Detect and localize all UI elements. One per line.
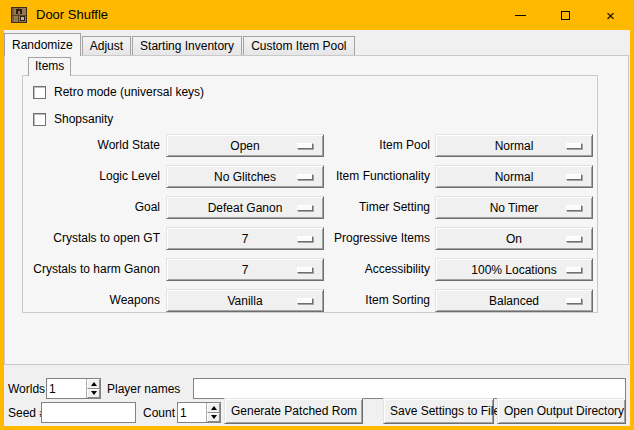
world-state-label: World State [22, 134, 160, 157]
dropdown-indicator [297, 205, 313, 211]
minimize-icon [515, 15, 526, 16]
count-down-button[interactable] [207, 413, 220, 423]
maximize-button[interactable] [543, 0, 588, 30]
primary-tab-bar: Randomize Adjust Starting Inventory Cust… [4, 33, 356, 55]
tab-custom-item-pool[interactable]: Custom Item Pool [243, 36, 354, 55]
tab-adjust[interactable]: Adjust [82, 36, 131, 55]
up-arrow-icon [91, 382, 97, 386]
progressive-items-dropdown[interactable]: On [435, 227, 593, 250]
down-arrow-icon [91, 391, 97, 395]
worlds-spinbox[interactable] [46, 378, 101, 399]
up-arrow-icon [211, 406, 217, 410]
count-up-button[interactable] [207, 403, 220, 413]
tab-items[interactable]: Items [28, 57, 71, 76]
dropdown-indicator [566, 143, 582, 149]
dropdown-indicator [566, 298, 582, 304]
item-pool-dropdown[interactable]: Normal [435, 134, 593, 157]
crystals-harm-ganon-label: Crystals to harm Ganon [22, 258, 160, 281]
dropdown-indicator [297, 174, 313, 180]
count-input[interactable] [178, 403, 206, 422]
worlds-down-button[interactable] [87, 389, 100, 399]
checkbox-label: Retro mode (universal keys) [54, 85, 204, 99]
dropdown-indicator [297, 267, 313, 273]
door-pixel-icon [11, 7, 27, 23]
goal-label: Goal [22, 196, 160, 219]
tab-starting-inventory[interactable]: Starting Inventory [132, 36, 242, 55]
close-button[interactable]: × [588, 0, 633, 30]
logic-level-dropdown[interactable]: No Glitches [166, 165, 324, 188]
count-spinbox[interactable] [177, 402, 221, 423]
count-spin-buttons [206, 403, 220, 422]
dropdown-indicator [566, 267, 582, 273]
count-label: Count [143, 406, 175, 420]
timer-setting-label: Timer Setting [330, 196, 430, 219]
shopsanity-checkbox[interactable]: Shopsanity [33, 112, 113, 126]
dropdown-indicator [297, 143, 313, 149]
dropdown-indicator [297, 236, 313, 242]
item-sorting-dropdown[interactable]: Balanced [435, 289, 593, 312]
door-shuffle-window: Door Shuffle × Randomize Adjust Starting… [0, 0, 634, 430]
tab-randomize[interactable]: Randomize [4, 33, 81, 56]
item-functionality-label: Item Functionality [330, 165, 430, 188]
checkbox-box[interactable] [33, 113, 46, 126]
checkbox-box[interactable] [33, 86, 46, 99]
worlds-input[interactable] [47, 379, 86, 398]
checkbox-label: Shopsanity [54, 112, 113, 126]
worlds-label: Worlds [8, 382, 45, 396]
crystals-harm-ganon-dropdown[interactable]: 7 [166, 258, 324, 281]
retro-mode-checkbox[interactable]: Retro mode (universal keys) [33, 85, 204, 99]
dropdown-indicator [566, 205, 582, 211]
save-settings-button[interactable]: Save Settings to File [383, 398, 494, 424]
weapons-label: Weapons [22, 289, 160, 312]
player-names-label: Player names [107, 382, 180, 396]
logic-level-label: Logic Level [22, 165, 160, 188]
weapons-dropdown[interactable]: Vanilla [166, 289, 324, 312]
worlds-up-button[interactable] [87, 379, 100, 389]
crystals-open-gt-dropdown[interactable]: 7 [166, 227, 324, 250]
goal-dropdown[interactable]: Defeat Ganon [166, 196, 324, 219]
close-icon: × [606, 8, 615, 23]
down-arrow-icon [211, 415, 217, 419]
generate-patched-rom-button[interactable]: Generate Patched Rom [224, 398, 363, 424]
dropdown-indicator [297, 298, 313, 304]
dropdown-indicator [566, 236, 582, 242]
dropdown-indicator [566, 174, 582, 180]
timer-setting-dropdown[interactable]: No Timer [435, 196, 593, 219]
world-state-dropdown[interactable]: Open [166, 134, 324, 157]
accessibility-dropdown[interactable]: 100% Locations [435, 258, 593, 281]
minimize-button[interactable] [498, 0, 543, 30]
seed-input[interactable] [41, 402, 136, 423]
item-functionality-dropdown[interactable]: Normal [435, 165, 593, 188]
worlds-spin-buttons [86, 379, 100, 398]
player-names-input[interactable] [193, 378, 626, 399]
item-sorting-label: Item Sorting [330, 289, 430, 312]
open-output-directory-button[interactable]: Open Output Directory [497, 398, 626, 424]
titlebar[interactable]: Door Shuffle × [0, 0, 634, 30]
item-pool-label: Item Pool [330, 134, 430, 157]
maximize-icon [561, 11, 570, 20]
accessibility-label: Accessibility [330, 258, 430, 281]
window-title: Door Shuffle [36, 7, 108, 22]
progressive-items-label: Progressive Items [330, 227, 430, 250]
crystals-open-gt-label: Crystals to open GT [22, 227, 160, 250]
